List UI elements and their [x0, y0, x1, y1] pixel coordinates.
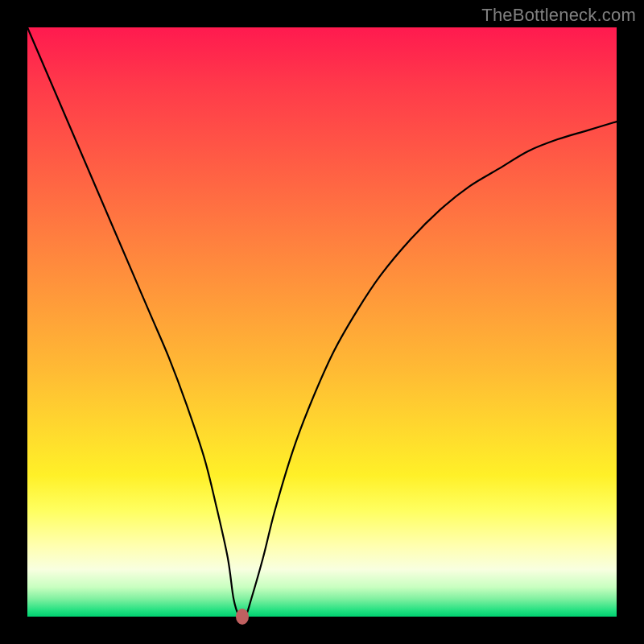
- attribution-text: TheBottleneck.com: [481, 5, 636, 26]
- plot-area: [27, 27, 617, 617]
- chart-frame: TheBottleneck.com: [0, 0, 644, 644]
- optimum-marker: [236, 609, 249, 625]
- bottleneck-curve: [27, 27, 617, 617]
